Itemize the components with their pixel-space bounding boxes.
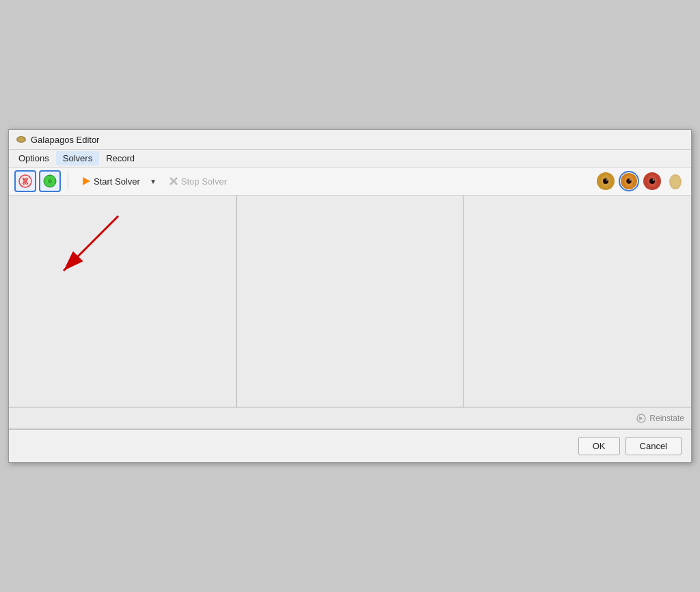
main-window: Galapagos Editor Options Solvers Record	[8, 129, 692, 463]
green-circle-icon	[42, 174, 57, 189]
svg-point-7	[48, 179, 52, 183]
menu-solvers[interactable]: Solvers	[56, 151, 99, 165]
reinstate-label[interactable]: Reinstate	[649, 414, 684, 423]
reinstate-icon	[636, 413, 647, 424]
app-icon	[16, 134, 27, 145]
start-solver-group: Start Solver ▼	[75, 173, 160, 190]
stop-solver-button[interactable]: Stop Solver	[163, 173, 233, 190]
menu-record[interactable]: Record	[99, 151, 142, 165]
toolbar-right	[595, 171, 686, 191]
start-solver-button[interactable]: Start Solver	[75, 173, 146, 190]
top-panel-left	[9, 196, 237, 407]
svg-point-5	[23, 179, 27, 183]
cancel-button[interactable]: Cancel	[625, 437, 682, 455]
title-text: Galapagos Editor	[31, 135, 99, 145]
toolbar-egg-icon[interactable]	[665, 171, 686, 191]
svg-point-22	[653, 179, 655, 181]
toolbar-eye-1[interactable]	[595, 171, 616, 191]
green-circle-button[interactable]	[39, 170, 61, 192]
menu-bar: Options Solvers Record	[9, 150, 691, 167]
eye-orange-icon	[620, 172, 638, 191]
svg-line-26	[64, 216, 118, 271]
toolbar-eye-3[interactable]	[642, 171, 662, 191]
eye-red-icon	[643, 172, 662, 191]
play-icon	[81, 176, 91, 186]
top-panel-center	[237, 196, 464, 407]
title-bar: Galapagos Editor	[9, 130, 691, 150]
svg-point-14	[606, 179, 608, 181]
top-panels	[9, 196, 691, 407]
eye-brown-icon	[596, 172, 615, 191]
genome-button[interactable]	[14, 170, 36, 192]
arrow-annotation	[43, 209, 132, 298]
ok-button[interactable]: OK	[578, 437, 620, 455]
stop-icon	[169, 176, 178, 186]
top-panel-right	[463, 196, 691, 407]
svg-point-1	[18, 137, 24, 142]
svg-marker-8	[83, 177, 90, 185]
main-content: Reinstate	[9, 196, 691, 429]
toolbar-eye-2[interactable]	[619, 171, 639, 191]
toolbar: Start Solver ▼ Stop Solver	[9, 167, 691, 196]
genome-icon	[18, 174, 33, 189]
start-solver-dropdown[interactable]: ▼	[146, 174, 160, 189]
menu-options[interactable]: Options	[12, 151, 56, 165]
reinstate-bar: Reinstate	[9, 407, 691, 429]
svg-point-24	[671, 176, 680, 188]
footer: OK Cancel	[9, 429, 691, 462]
egg-icon	[666, 172, 685, 191]
toolbar-separator-1	[68, 173, 68, 189]
svg-point-18	[629, 179, 631, 181]
